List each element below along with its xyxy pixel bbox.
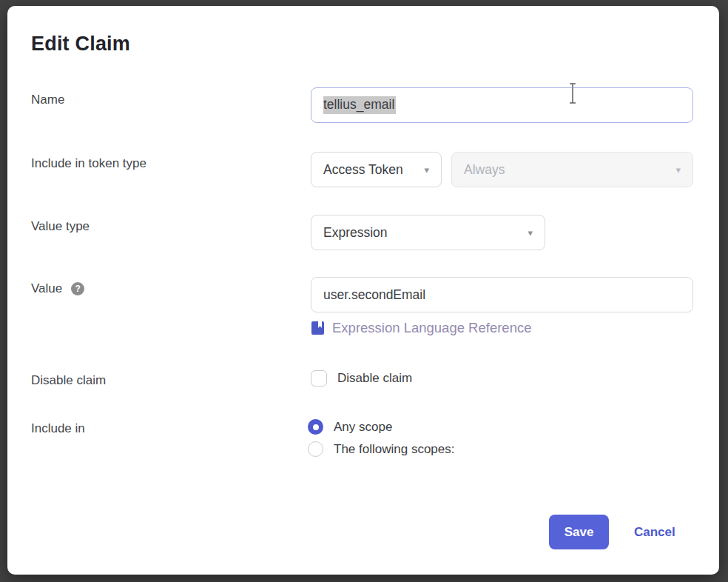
edit-claim-dialog: Edit Claim Name tellius_email Include in… (7, 6, 719, 575)
radio-unselected-icon[interactable] (308, 441, 323, 457)
radio-option-following-scopes[interactable]: The following scopes: (308, 441, 454, 457)
name-input[interactable]: tellius_email (311, 87, 693, 123)
value-type-dropdown[interactable]: Expression ▾ (311, 215, 545, 250)
chevron-down-icon: ▾ (528, 228, 533, 238)
name-label: Name (31, 93, 64, 107)
include-in-radio-group: Any scope The following scopes: (308, 419, 454, 457)
value-type-label: Value type (31, 219, 90, 234)
dialog-title: Edit Claim (31, 33, 130, 56)
include-in-label-text: Include in (31, 421, 85, 436)
token-type-dropdown[interactable]: Access Token ▾ (311, 152, 442, 187)
save-button[interactable]: Save (549, 515, 609, 549)
book-icon (311, 321, 325, 335)
include-in-label: Include in (31, 421, 85, 436)
disable-claim-checkbox-label: Disable claim (337, 371, 412, 386)
name-label-text: Name (31, 93, 64, 107)
page-overlay: Edit Claim Name tellius_email Include in… (0, 0, 728, 582)
value-input-value: user.secondEmail (323, 287, 425, 303)
chevron-down-icon: ▾ (424, 165, 429, 175)
value-type-dropdown-value: Expression (323, 225, 388, 241)
value-type-label-text: Value type (31, 219, 90, 234)
help-icon[interactable]: ? (71, 282, 84, 295)
disable-claim-checkbox-row[interactable]: Disable claim (311, 370, 412, 387)
token-type-dropdown-value: Access Token (323, 162, 403, 178)
chevron-down-icon: ▾ (675, 165, 681, 175)
disable-claim-checkbox[interactable] (311, 370, 327, 387)
disable-claim-label-text: Disable claim (31, 373, 106, 388)
value-label-text: Value (31, 281, 62, 296)
cancel-button[interactable]: Cancel (634, 515, 675, 549)
disable-claim-label: Disable claim (31, 373, 106, 388)
value-label: Value ? (31, 281, 84, 296)
reference-link-label: Expression Language Reference (332, 320, 531, 336)
expression-language-reference-link[interactable]: Expression Language Reference (311, 320, 531, 336)
radio-selected-icon[interactable] (308, 419, 323, 435)
token-frequency-dropdown-value: Always (464, 162, 505, 178)
value-input[interactable]: user.secondEmail (311, 277, 693, 312)
token-type-label: Include in token type (31, 156, 146, 171)
name-input-value: tellius_email (323, 96, 396, 114)
radio-following-scopes-label: The following scopes: (334, 442, 454, 457)
radio-option-any-scope[interactable]: Any scope (308, 419, 454, 435)
token-frequency-dropdown: Always ▾ (451, 152, 693, 187)
token-type-label-text: Include in token type (31, 156, 146, 171)
radio-any-scope-label: Any scope (334, 420, 392, 435)
